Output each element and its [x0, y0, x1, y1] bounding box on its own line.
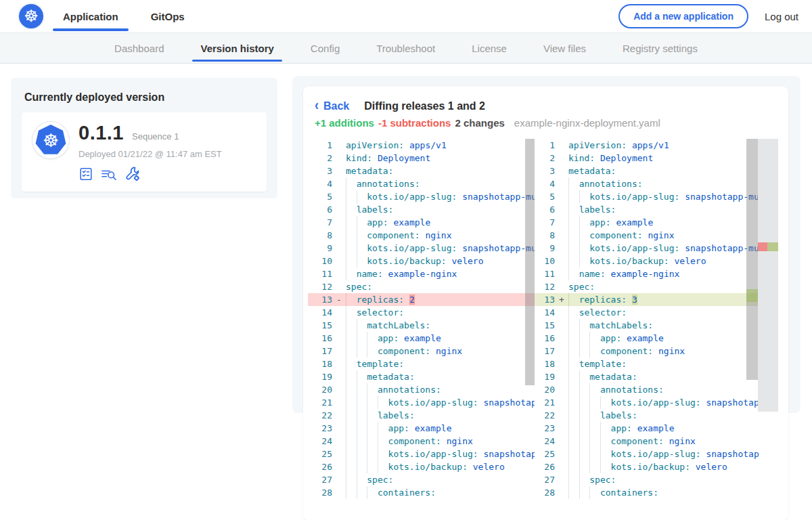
diff-line: 1apiVersion: apps/v1 [535, 139, 778, 152]
diff-line: 23app: example [308, 422, 535, 435]
diff-line: 20annotations: [535, 383, 778, 396]
diff-line: 25kots.io/app-slug: snapshotap [308, 448, 535, 460]
diff-line: 2kind: Deployment [308, 152, 535, 165]
diff-editor: 1apiVersion: apps/v12kind: Deployment3me… [308, 139, 788, 499]
diff-line: 3metadata: [308, 165, 535, 177]
diff-line: 11name: example-nginx [308, 267, 535, 280]
diff-line: 26kots.io/backup: velero [535, 460, 778, 473]
additions-count: +1 additions [315, 117, 374, 129]
diff-line: 6labels: [535, 203, 778, 216]
subnav-item-dashboard[interactable]: Dashboard [106, 33, 172, 63]
diff-line: 22labels: [308, 409, 535, 422]
subnav-item-version-history[interactable]: Version history [192, 33, 281, 63]
tab-gitops[interactable]: GitOps [141, 0, 195, 32]
diff-filename: example-nginx-deployment.yaml [514, 117, 660, 129]
diff-line: 19metadata: [535, 370, 778, 383]
diff-line: 9kots.io/app-slug: snapshotapp-mu [308, 242, 535, 255]
diff-line: 15matchLabels: [308, 319, 535, 332]
deployed-version-row: ☸ 0.1.1 Sequence 1 Deployed 01/21/22 @ 1… [22, 112, 267, 192]
add-application-button[interactable]: Add a new application [618, 4, 748, 28]
diff-line: 5kots.io/app-slug: snapshotapp-mu [308, 190, 535, 203]
diff-line: 20annotations: [308, 383, 535, 396]
diff-line: 24component: nginx [535, 435, 778, 448]
diff-line: 8component: nginx [308, 229, 535, 242]
subtractions-count: -1 subtractions [378, 117, 451, 129]
diff-line: 28containers: [535, 486, 778, 499]
diff-line: 26kots.io/backup: velero [308, 460, 535, 473]
right-scrollbar-thumb[interactable] [746, 139, 758, 380]
diff-line: 7app: example [535, 216, 778, 229]
diff-line: 17component: nginx [308, 345, 535, 358]
ruler-deletion-marker [758, 242, 767, 251]
app-icon-badge: ☸ [32, 122, 69, 158]
subnav-item-license[interactable]: License [464, 33, 515, 63]
chevron-left-icon: ‹ [315, 98, 319, 114]
page: ☸ Application GitOps Add a new applicati… [0, 0, 812, 520]
overview-ruler[interactable] [758, 139, 778, 412]
diff-line: 8component: nginx [535, 229, 778, 242]
diff-line: 28containers: [308, 486, 535, 499]
diff-line: 16app: example [535, 332, 778, 345]
logout-link[interactable]: Log out [765, 11, 798, 22]
kubernetes-logo-icon: ☸ [19, 4, 43, 28]
main-tabs: Application GitOps [53, 0, 195, 32]
top-nav-right: Add a new application Log out [618, 4, 812, 28]
diff-line: 18template: [535, 358, 778, 370]
diff-line: 27spec: [535, 473, 778, 486]
diff-pane-original: 1apiVersion: apps/v12kind: Deployment3me… [308, 139, 535, 499]
subnav-item-view-files[interactable]: View files [535, 33, 594, 63]
deployed-card-title: Currently deployed version [11, 78, 277, 112]
diff-line: 3metadata: [535, 165, 778, 177]
diff-line: 10kots.io/backup: velero [535, 255, 778, 267]
diff-line: 6labels: [308, 203, 535, 216]
diff-line: 4annotations: [535, 177, 778, 190]
diff-card: ‹ Back Diffing releases 1 and 2 +1 addit… [303, 87, 788, 520]
checklist-icon[interactable] [78, 167, 93, 181]
version-number: 0.1.1 [78, 122, 124, 144]
wrench-gear-icon[interactable] [125, 166, 141, 182]
diff-line: 23app: example [535, 422, 778, 435]
diff-title: Diffing releases 1 and 2 [364, 100, 485, 112]
diff-line: 17component: nginx [535, 345, 778, 358]
diff-line: 12spec: [308, 280, 535, 293]
diff-line: 9kots.io/app-slug: snapshotapp-mu [535, 242, 778, 255]
diff-line: 16app: example [308, 332, 535, 345]
tab-application[interactable]: Application [53, 0, 129, 32]
currently-deployed-card: Currently deployed version ☸ 0.1.1 Seque… [11, 78, 277, 198]
diff-line: 27spec: [308, 473, 535, 486]
back-link[interactable]: ‹ Back [315, 99, 349, 113]
deployed-version-details: 0.1.1 Sequence 1 Deployed 01/21/22 @ 11:… [78, 122, 222, 182]
diff-line: 15matchLabels: [535, 319, 778, 332]
diff-line: 5kots.io/app-slug: snapshotapp-mu [535, 190, 778, 203]
logs-search-icon[interactable] [100, 167, 118, 181]
subnav-item-troubleshoot[interactable]: Troubleshoot [368, 33, 443, 63]
diff-line: 14selector: [308, 306, 535, 319]
diff-line: 21kots.io/app-slug: snapshotap [308, 396, 535, 409]
diff-line: 7app: example [308, 216, 535, 229]
app-subnav: Dashboard Version history Config Trouble… [0, 32, 812, 64]
diff-line: 19metadata: [308, 370, 535, 383]
ruler-addition-marker [767, 242, 778, 251]
diff-line: 21kots.io/app-slug: snapshotap [535, 396, 778, 409]
subnav-item-registry-settings[interactable]: Registry settings [614, 33, 706, 63]
diff-line: 11name: example-nginx [535, 267, 778, 280]
diff-line: 13-replicas: 2 [308, 293, 535, 306]
diff-pane-modified: 1apiVersion: apps/v12kind: Deployment3me… [535, 139, 778, 499]
diff-line: 10kots.io/backup: velero [308, 255, 535, 267]
diff-stats: +1 additions -1 subtractions 2 changes e… [303, 114, 788, 131]
sequence-label: Sequence 1 [132, 131, 179, 142]
top-nav: ☸ Application GitOps Add a new applicati… [0, 0, 812, 32]
diff-line: 18template: [308, 358, 535, 370]
diff-line: 24component: nginx [308, 435, 535, 448]
diff-header: ‹ Back Diffing releases 1 and 2 [303, 87, 788, 114]
diff-line: 1apiVersion: apps/v1 [308, 139, 535, 152]
left-scrollbar-thumb[interactable] [525, 139, 535, 385]
diff-line: 13+replicas: 3 [535, 293, 778, 306]
subnav-item-config[interactable]: Config [302, 33, 348, 63]
kubernetes-heptagon-icon: ☸ [35, 125, 66, 156]
diff-line: 2kind: Deployment [535, 152, 778, 165]
diff-line: 25kots.io/app-slug: snapshotap [535, 448, 778, 460]
diff-line: 4annotations: [308, 177, 535, 190]
deployed-timestamp: Deployed 01/21/22 @ 11:47 am EST [78, 149, 222, 159]
diff-line: 12spec: [535, 280, 778, 293]
